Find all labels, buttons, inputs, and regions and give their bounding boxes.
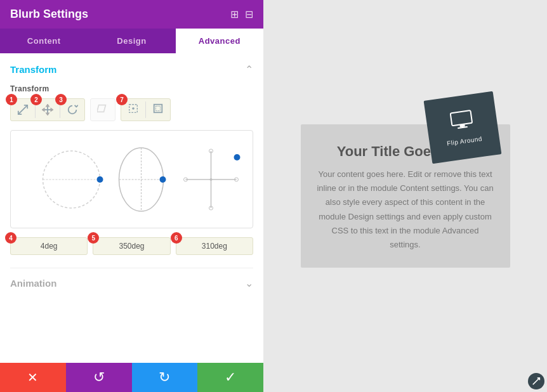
- degree-input-3[interactable]: 310deg: [176, 237, 253, 255]
- animation-title: Animation: [10, 278, 56, 289]
- svg-marker-4: [46, 113, 49, 115]
- confirm-button[interactable]: ✓: [197, 363, 263, 392]
- degree-input-2[interactable]: 350deg: [93, 237, 170, 255]
- grid-icon[interactable]: ⊟: [245, 8, 253, 20]
- bottom-bar: ✕ ↺ ↻ ✓: [0, 363, 263, 392]
- section-title-transform: Transform: [10, 64, 56, 75]
- svg-marker-3: [46, 105, 49, 107]
- tabs: Content Design Advanced: [0, 29, 263, 53]
- panel-body: Transform ⌃ Transform 1 2: [0, 53, 263, 363]
- header-icons: ⊞ ⊟: [230, 8, 253, 20]
- badge-3: 3: [55, 94, 67, 105]
- flip-card: Flip Around: [423, 91, 501, 164]
- transform-buttons-row: 1 2: [10, 98, 253, 121]
- svg-point-9: [132, 107, 135, 110]
- transform-btn-rotate[interactable]: 3: [60, 99, 84, 121]
- svg-line-0: [18, 105, 27, 114]
- tab-design[interactable]: Design: [88, 29, 175, 53]
- animation-section: Animation ⌄: [10, 268, 253, 289]
- right-panel: Flip Around Your Title Goes Here Your co…: [263, 0, 547, 392]
- degree-field-2: 5 350deg: [93, 237, 170, 255]
- svg-point-14: [97, 176, 103, 183]
- section-header-transform: Transform ⌃: [10, 63, 253, 75]
- badge-7: 7: [116, 94, 128, 105]
- svg-rect-10: [154, 105, 162, 113]
- svg-point-26: [234, 154, 241, 160]
- flip-card-label: Flip Around: [446, 135, 482, 147]
- cancel-icon: ✕: [27, 370, 38, 385]
- svg-marker-6: [51, 108, 53, 111]
- degree-inputs-row: 4 4deg 5 350deg 6 310deg: [10, 237, 253, 255]
- undo-icon: ↺: [93, 369, 105, 386]
- transform-btn-box[interactable]: [146, 99, 170, 121]
- tab-advanced[interactable]: Advanced: [176, 29, 263, 53]
- redo-icon: ↻: [159, 369, 170, 386]
- transform-field-label: Transform: [10, 84, 253, 93]
- expand-icon[interactable]: ⊞: [230, 8, 239, 20]
- cancel-button[interactable]: ✕: [0, 363, 66, 392]
- svg-point-18: [160, 176, 166, 183]
- blurb-content: Your content goes here. Edit or remove t…: [317, 167, 494, 252]
- transform-canvas: [10, 130, 253, 228]
- svg-marker-5: [43, 108, 44, 111]
- redo-button[interactable]: ↻: [132, 363, 198, 392]
- chevron-up-icon[interactable]: ⌃: [245, 63, 253, 75]
- animation-header: Animation ⌄: [10, 277, 253, 289]
- badge-2: 2: [30, 94, 42, 105]
- degree-input-1[interactable]: 4deg: [10, 237, 88, 255]
- badge-4: 4: [5, 232, 16, 244]
- monitor-icon: [449, 109, 475, 136]
- degree-field-3: 6 310deg: [176, 237, 253, 255]
- svg-point-21: [210, 178, 213, 181]
- svg-rect-27: [450, 110, 471, 126]
- tab-content[interactable]: Content: [0, 29, 88, 53]
- corner-icon[interactable]: [528, 373, 544, 389]
- transform-btn-skew[interactable]: [90, 98, 115, 121]
- undo-button[interactable]: ↺: [66, 363, 132, 392]
- chevron-down-icon[interactable]: ⌄: [245, 277, 253, 289]
- degree-field-1: 4 4deg: [10, 237, 88, 255]
- transform-btn-origin[interactable]: 7: [121, 99, 145, 121]
- blurb-card: Flip Around Your Title Goes Here Your co…: [301, 124, 510, 268]
- transform-visualization: [17, 135, 246, 224]
- panel-title: Blurb Settings: [10, 8, 88, 21]
- panel-header: Blurb Settings ⊞ ⊟: [0, 0, 263, 29]
- svg-rect-7: [97, 105, 105, 112]
- confirm-icon: ✓: [225, 369, 236, 386]
- badge-6: 6: [171, 232, 182, 244]
- svg-rect-11: [155, 106, 160, 110]
- badge-1: 1: [6, 94, 17, 105]
- left-panel: Blurb Settings ⊞ ⊟ Content Design Advanc…: [0, 0, 263, 392]
